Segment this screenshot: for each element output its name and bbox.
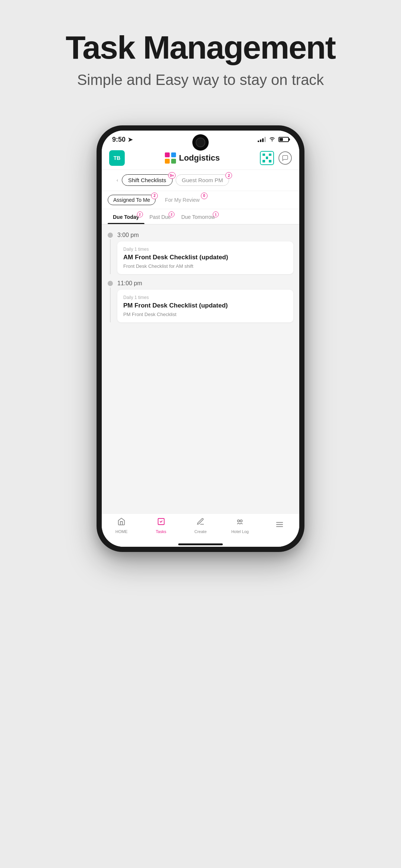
timeline-col-2 xyxy=(108,280,113,322)
svg-rect-1 xyxy=(171,152,176,157)
scroll-fade: ‹ xyxy=(108,174,119,187)
timeline-line-2 xyxy=(110,287,111,322)
nav-home-label: HOME xyxy=(115,529,128,534)
phone-screen: 9:50 ➤ xyxy=(102,131,299,547)
svg-rect-0 xyxy=(165,152,170,157)
filter-assigned-label: Assigned To Me xyxy=(108,195,156,205)
shift-checklists-badge: 9+ xyxy=(168,172,175,179)
task-group-1: 3:00 pm Daily 1 times AM Front Desk Chec… xyxy=(108,232,293,274)
signal-icon xyxy=(258,137,266,142)
logo-text: Lodgistics xyxy=(179,153,220,163)
due-today-badge: 2 xyxy=(137,211,143,217)
battery-icon xyxy=(278,137,289,142)
time-content-2: 11:00 pm Daily 1 times PM Front Desk Che… xyxy=(117,280,293,322)
svg-rect-2 xyxy=(165,159,170,164)
timeline-col-1 xyxy=(108,232,113,274)
tab-shift-checklists[interactable]: Shift Checklists 9+ xyxy=(122,174,173,186)
create-icon xyxy=(196,517,205,528)
nav-create[interactable]: Create xyxy=(181,517,220,534)
hotel-log-icon xyxy=(236,517,244,528)
due-tabs: Due Today 2 Past Due 2 Due Tomorrow 1 xyxy=(102,209,299,224)
checklist-type-tabs: ‹ Shift Checklists 9+ Guest Room PM 2 xyxy=(102,170,299,191)
svg-point-6 xyxy=(240,520,242,522)
nav-tasks-label: Tasks xyxy=(156,529,166,534)
wifi-icon xyxy=(269,136,276,143)
svg-point-5 xyxy=(238,520,240,522)
tab-guest-room-pm-label: Guest Room PM xyxy=(176,174,229,186)
review-badge: 0 xyxy=(201,193,208,199)
home-icon xyxy=(117,517,125,528)
nav-home[interactable]: HOME xyxy=(102,517,141,534)
status-icons xyxy=(258,136,289,143)
timeline-dot-2 xyxy=(108,281,113,286)
home-indicator xyxy=(102,541,299,547)
user-avatar[interactable]: TB xyxy=(109,150,125,166)
nav-hotel-log-label: Hotel Log xyxy=(231,529,249,534)
past-due-label: Past Due xyxy=(150,214,171,220)
bottom-nav: HOME Tasks xyxy=(102,513,299,541)
filter-review-label: For My Review xyxy=(159,195,205,205)
phone-mockup: 9:50 ➤ xyxy=(97,125,304,552)
due-tomorrow-badge: 1 xyxy=(213,211,219,217)
time-label-1: 3:00 pm xyxy=(117,232,293,239)
nav-tasks[interactable]: Tasks xyxy=(141,517,180,534)
due-tomorrow-label: Due Tomorrow xyxy=(181,214,215,220)
guest-room-pm-badge: 2 xyxy=(225,172,232,179)
task-frequency-2: Daily 1 times xyxy=(123,295,287,300)
menu-icon xyxy=(276,520,284,531)
nav-create-label: Create xyxy=(195,529,207,534)
task-list: 3:00 pm Daily 1 times AM Front Desk Chec… xyxy=(102,224,299,513)
timeline-dot-1 xyxy=(108,233,113,238)
page-title: Task Management xyxy=(15,30,386,66)
logo-icon xyxy=(165,152,176,164)
nav-menu[interactable] xyxy=(260,520,299,531)
task-desc-2: PM Front Desk Checklist xyxy=(123,312,287,317)
tab-shift-checklists-label: Shift Checklists xyxy=(122,174,173,186)
time-content-1: 3:00 pm Daily 1 times AM Front Desk Chec… xyxy=(117,232,293,274)
timeline-line-1 xyxy=(110,239,111,274)
header-right xyxy=(260,151,292,165)
svg-rect-3 xyxy=(171,159,176,164)
task-group-2: 11:00 pm Daily 1 times PM Front Desk Che… xyxy=(108,280,293,322)
task-frequency-1: Daily 1 times xyxy=(123,247,287,252)
location-icon: ➤ xyxy=(128,136,133,143)
tasks-icon xyxy=(157,517,165,528)
tab-due-tomorrow[interactable]: Due Tomorrow 1 xyxy=(176,209,220,224)
tab-guest-room-pm[interactable]: Guest Room PM 2 xyxy=(176,174,229,186)
task-title-2: PM Front Desk Checklist (updated) xyxy=(123,302,287,310)
task-card-1[interactable]: Daily 1 times AM Front Desk Checklist (u… xyxy=(117,241,293,274)
task-desc-1: Front Desk Checklist for AM shift xyxy=(123,263,287,269)
task-card-2[interactable]: Daily 1 times PM Front Desk Checklist (u… xyxy=(117,290,293,322)
logo-area: Lodgistics xyxy=(165,152,220,164)
qr-code-icon[interactable] xyxy=(260,151,274,165)
page-subtitle: Simple and Easy way to stay on track xyxy=(15,72,386,88)
time-label-2: 11:00 pm xyxy=(117,280,293,287)
status-time: 9:50 ➤ xyxy=(112,136,133,144)
past-due-badge: 2 xyxy=(169,211,175,217)
due-today-label: Due Today xyxy=(113,214,139,220)
filter-assigned-to-me[interactable]: Assigned To Me 2 xyxy=(108,195,156,205)
tab-past-due[interactable]: Past Due 2 xyxy=(144,209,176,224)
camera-notch xyxy=(192,134,209,151)
home-bar xyxy=(178,543,223,545)
page-header: Task Management Simple and Easy way to s… xyxy=(0,0,401,111)
filter-tabs: Assigned To Me 2 For My Review 0 xyxy=(102,191,299,209)
chat-icon[interactable] xyxy=(278,151,292,165)
nav-hotel-log[interactable]: Hotel Log xyxy=(220,517,260,534)
filter-for-my-review[interactable]: For My Review 0 xyxy=(159,195,205,205)
phone-frame: 9:50 ➤ xyxy=(97,125,304,552)
assigned-badge: 2 xyxy=(151,193,158,199)
task-title-1: AM Front Desk Checklist (updated) xyxy=(123,253,287,262)
tab-due-today[interactable]: Due Today 2 xyxy=(108,209,144,224)
